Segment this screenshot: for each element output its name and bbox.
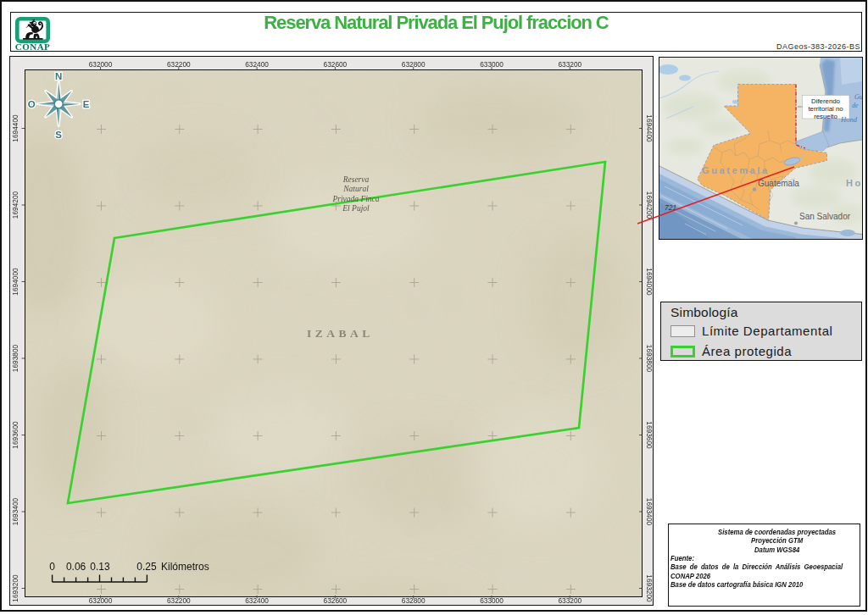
svg-text:CONAP: CONAP: [15, 42, 50, 52]
svg-text:1693400: 1693400: [11, 497, 19, 525]
svg-text:San Salvador: San Salvador: [799, 212, 851, 221]
svg-text:resuelto: resuelto: [814, 113, 837, 120]
svg-text:1694400: 1694400: [11, 114, 19, 141]
svg-text:1693600: 1693600: [645, 421, 654, 449]
svg-text:1693800: 1693800: [11, 344, 19, 372]
svg-text:1693200: 1693200: [11, 573, 19, 601]
svg-text:1693400: 1693400: [645, 497, 654, 525]
svg-text:Gu: Gu: [854, 93, 863, 101]
svg-text:1694200: 1694200: [11, 191, 19, 219]
svg-text:1694400: 1694400: [645, 114, 654, 142]
svg-text:1693800: 1693800: [645, 344, 654, 372]
svg-text:1693600: 1693600: [11, 420, 19, 448]
svg-text:Hond: Hond: [840, 115, 858, 124]
svg-text:Diferendo: Diferendo: [811, 97, 840, 105]
svg-text:de: de: [852, 102, 859, 109]
svg-text:1693200: 1693200: [645, 574, 654, 602]
svg-text:1694000: 1694000: [645, 268, 654, 296]
svg-text:1694000: 1694000: [11, 267, 19, 295]
svg-text:Ho: Ho: [846, 178, 863, 188]
svg-text:Guatemala: Guatemala: [758, 179, 799, 188]
svg-text:1694200: 1694200: [645, 191, 654, 219]
svg-text:territorial no: territorial no: [808, 105, 843, 113]
svg-text:721: 721: [665, 203, 676, 212]
svg-text:Guatemala: Guatemala: [702, 165, 770, 175]
